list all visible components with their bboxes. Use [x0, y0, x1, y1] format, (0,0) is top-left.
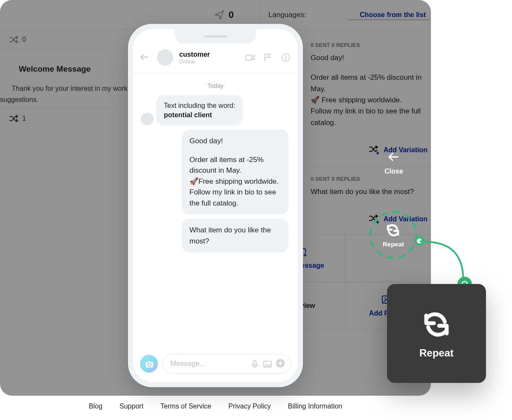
avatar[interactable] — [157, 49, 173, 66]
contact-status: Online — [179, 58, 239, 65]
day-divider: Today — [141, 82, 290, 89]
flag-icon[interactable] — [263, 52, 273, 63]
footer-tos[interactable]: Terms of Service — [160, 403, 211, 410]
incoming-bubble: Text including the word: potential clien… — [156, 95, 243, 125]
close-overlay[interactable]: Close — [379, 151, 409, 175]
refresh-icon — [420, 308, 453, 341]
arrow-left-icon — [382, 151, 405, 163]
chat-input-row: Message... — [133, 350, 298, 382]
image-icon[interactable] — [262, 359, 272, 368]
input-placeholder: Message... — [170, 359, 246, 368]
plus-icon[interactable] — [275, 358, 286, 369]
footer-billing[interactable]: Billing Information — [288, 403, 342, 410]
phone-mockup: customer Online Today Text including the… — [128, 24, 303, 387]
avatar — [141, 113, 154, 125]
back-button[interactable] — [140, 52, 151, 63]
outgoing-bubble: What item do you like the most? — [182, 219, 288, 252]
contact-name: customer — [179, 51, 239, 58]
arrow-left-icon — [140, 52, 149, 61]
repeat-overlay-highlighted[interactable]: Repeat — [369, 210, 418, 260]
connector-dot — [415, 236, 424, 246]
video-icon[interactable] — [245, 52, 255, 63]
outgoing-bubble: Good day! Order all items at -25% discou… — [182, 130, 288, 214]
footer-links: Blog Support Terms of Service Privacy Po… — [0, 396, 431, 417]
footer-privacy[interactable]: Privacy Policy — [228, 403, 271, 410]
mic-icon[interactable] — [250, 359, 259, 368]
message-input[interactable]: Message... — [162, 354, 291, 374]
chat-body: Today Text including the word: potential… — [133, 73, 298, 350]
camera-icon — [144, 359, 154, 368]
footer-blog[interactable]: Blog — [89, 403, 102, 410]
camera-button[interactable] — [140, 355, 158, 373]
footer-support[interactable]: Support — [119, 403, 143, 410]
info-icon[interactable] — [281, 52, 291, 63]
svg-point-18 — [370, 212, 416, 258]
repeat-callout[interactable]: Repeat — [387, 284, 486, 383]
dashed-circle — [369, 210, 418, 260]
phone-notch — [175, 29, 256, 43]
